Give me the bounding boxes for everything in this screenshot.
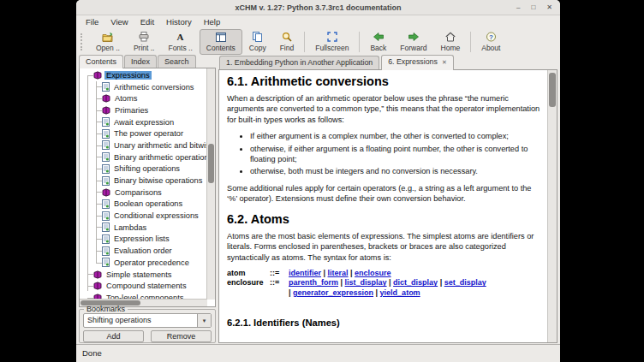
toolbar-button-print[interactable]: Print .. [127,29,162,55]
bookmarks-buttons: Add Remove [83,330,212,342]
toolbar-button-label: Copy [249,44,266,52]
tree-item-label: Boolean operations [112,199,184,208]
menu-item-view[interactable]: View [104,17,134,27]
grammar-link-yield-atom[interactable]: yield_atom [380,288,420,297]
tree-item-top-level-components[interactable]: Top-level components [80,292,206,299]
menu-item-help[interactable]: Help [198,17,227,27]
contents-tree: ExpressionsArithmetic conversionsAtomsPr… [80,69,206,299]
sidebar-tab-index[interactable]: Index [124,55,157,68]
menu-item-file[interactable]: File [80,17,104,27]
toolbar-button-fullscreen[interactable]: Fullscreen [308,29,355,55]
grammar-link-generator-expression[interactable]: generator_expression [293,288,373,297]
bookmark-remove-button[interactable]: Remove [151,330,212,342]
grammar-link-identifier[interactable]: identifier [289,269,321,277]
window-title: xCHM v. 1.27: Python 3.7.3rc1 documentat… [76,3,560,12]
tree-item-simple-statements[interactable]: Simple statements [80,269,206,281]
tree-item-label: Primaries [113,106,150,115]
close-icon[interactable]: ✕ [546,4,552,11]
toolbar-separator [359,32,360,52]
tree-item-expression-lists[interactable]: Expression lists [80,234,206,246]
toolbar-button-about[interactable]: ?About [474,29,507,55]
tree-item-label: Operator precedence [112,258,191,267]
document-tab-6-expressions[interactable]: 6. Expressions✕ [381,55,454,70]
grammar-operator: ::= [270,269,289,279]
toolbar-button-open[interactable]: Open .. [89,29,127,55]
sidebar-tab-contents[interactable]: Contents [79,55,123,68]
toolbar-button-label: About [481,44,500,52]
grammar-link-enclosure[interactable]: enclosure [355,269,391,277]
tab-close-icon[interactable]: ✕ [442,59,447,65]
status-text: Done [82,348,102,358]
grammar-link-literal[interactable]: literal [328,269,349,277]
toolbar-button-back[interactable]: Back [363,29,393,55]
tree-item-await-expression[interactable]: Await expression [80,116,206,128]
bookmarks-label: Bookmarks [84,305,128,313]
copy-icon [253,32,262,43]
find-icon [282,32,292,43]
tree-item-label: Evaluation order [112,246,174,255]
tree-item-evaluation-order[interactable]: Evaluation order [80,245,206,257]
grammar-row: atom::=identifier | literal | enclosure [227,269,541,279]
tree-item-conditional-expressions[interactable]: Conditional expressions [80,210,206,222]
toolbar-button-fonts[interactable]: AFonts .. [161,29,199,55]
bookmark-add-button[interactable]: Add [83,330,144,342]
titlebar[interactable]: xCHM v. 1.27: Python 3.7.3rc1 documentat… [76,0,560,15]
fonts-icon: A [176,32,185,43]
book-icon [93,71,102,80]
tree-vertical-scrollbar[interactable] [206,68,215,300]
tree-item-atoms[interactable]: Atoms [80,92,206,104]
content-area: 1. Embedding Python in Another Applicati… [218,53,558,343]
menu-item-edit[interactable]: Edit [134,17,160,27]
tree-vertical-scrollbar-thumb[interactable] [208,144,214,183]
tree-item-binary-arithmetic-operation[interactable]: Binary arithmetic operation [80,151,206,163]
section-heading-6-1: 6.1. Arithmetic conversions [227,76,541,86]
tree-item-expressions[interactable]: Expressions [80,69,206,81]
toolbar-button-home[interactable]: Home [434,29,468,55]
sidebar-tabbar: ContentsIndexSearch [78,53,216,68]
tree-item-compound-statements[interactable]: Compound statements [80,280,206,292]
tree-item-label: Arithmetic conversions [112,83,196,92]
paragraph-atoms-intro: Atoms are the most basic elements of exp… [227,231,541,263]
bullet-item: If either argument is a complex number, … [250,131,541,141]
maximize-icon[interactable]: □ [531,4,535,11]
toolbar-button-contents[interactable]: Contents [200,29,242,55]
menu-item-history[interactable]: History [160,17,198,27]
tree-item-label: Compound statements [104,282,188,290]
grammar-link-list-display[interactable]: list_display [345,278,387,287]
minimize-icon[interactable]: – [516,4,520,11]
toolbar-button-copy[interactable]: Copy [242,29,273,55]
fullscreen-icon [327,32,337,43]
tree-item-comparisons[interactable]: Comparisons [80,187,206,199]
grammar-row: enclosure::=parenth_form | list_display … [227,278,541,288]
bookmark-combobox[interactable]: Shifting operations ▾ [83,313,212,328]
document-vertical-scrollbar[interactable] [547,70,557,342]
menubar: FileViewEditHistoryHelp [76,15,560,28]
toolbar-button-find[interactable]: Find [273,29,301,55]
toolbar-drag-handle[interactable] [80,33,86,50]
bullet-item: otherwise, if either argument is a float… [250,144,541,164]
tree-item-unary-arithmetic-and-bitwis[interactable]: Unary arithmetic and bitwis [80,139,206,151]
grammar-link-set-display[interactable]: set_display [444,278,486,287]
tree-item-binary-bitwise-operations[interactable]: Binary bitwise operations [80,175,206,187]
page-icon [102,129,110,139]
document-vertical-scrollbar-thumb[interactable] [549,73,556,107]
tree-item-label: Conditional expressions [112,211,200,220]
grammar-token-name: atom [227,269,270,279]
grammar-link-parenth-form[interactable]: parenth_form [289,278,338,287]
grammar-link-dict-display[interactable]: dict_display [393,278,438,287]
combobox-dropdown-button[interactable]: ▾ [197,314,211,327]
document-tab-1-embedding-python-in-another-application[interactable]: 1. Embedding Python in Another Applicati… [219,56,379,69]
toolbar-button-forward[interactable]: Forward [393,29,433,55]
svg-text:?: ? [489,33,493,41]
tree-item-label: Await expression [112,118,176,127]
tree-item-arithmetic-conversions[interactable]: Arithmetic conversions [80,81,206,93]
tree-item-the-power-operator[interactable]: The power operator [80,128,206,139]
toolbar-button-label: Fullscreen [315,44,349,52]
page-icon [102,246,110,256]
tree-item-lambdas[interactable]: Lambdas [80,222,206,234]
sidebar-tab-search[interactable]: Search [158,55,196,68]
tree-item-primaries[interactable]: Primaries [80,104,206,116]
tree-item-boolean-operations[interactable]: Boolean operations [80,199,206,211]
tree-item-shifting-operations[interactable]: Shifting operations [80,163,206,175]
tree-item-operator-precedence[interactable]: Operator precedence [80,257,206,269]
